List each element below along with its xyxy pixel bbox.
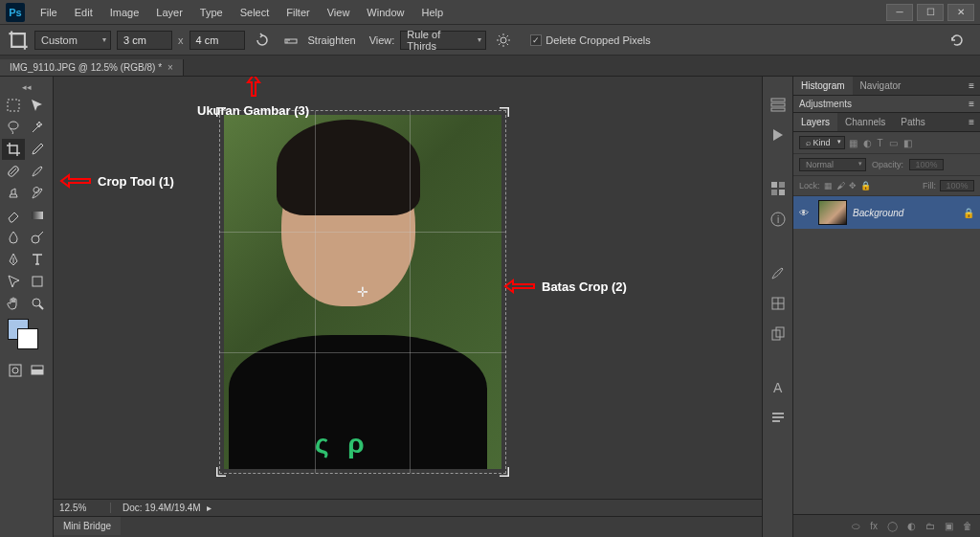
menu-image[interactable]: Image: [102, 3, 147, 22]
blur-tool[interactable]: [2, 227, 25, 248]
tab-histogram[interactable]: Histogram: [793, 77, 853, 95]
lock-paint-icon[interactable]: 🖌: [836, 181, 845, 190]
lock-move-icon[interactable]: ✥: [849, 181, 857, 190]
screenmode-icon[interactable]: [28, 360, 48, 381]
crop-preset-dropdown[interactable]: Custom: [34, 31, 111, 50]
filter-pixel-icon[interactable]: ▦: [849, 138, 858, 148]
strip-history-icon[interactable]: [768, 94, 789, 115]
crop-overlay-dropdown[interactable]: Rule of Thirds: [400, 31, 486, 50]
zoom-tool[interactable]: [26, 293, 49, 314]
strip-actions-icon[interactable]: [768, 124, 789, 145]
lock-trans-icon[interactable]: ▦: [824, 181, 833, 190]
crop-height-input[interactable]: 4 cm: [189, 31, 245, 50]
strip-info-icon[interactable]: i: [768, 209, 789, 230]
document-tab-close-icon[interactable]: ×: [167, 62, 173, 73]
strip-swatches-icon[interactable]: [768, 178, 789, 199]
type-tool[interactable]: [26, 249, 49, 270]
minimize-button[interactable]: ─: [886, 4, 913, 21]
layer-group-icon[interactable]: 🗀: [925, 521, 935, 531]
delete-layer-icon[interactable]: 🗑: [963, 521, 972, 531]
panel-menu-icon[interactable]: ≡: [963, 80, 980, 91]
panel-menu-icon[interactable]: ≡: [963, 117, 980, 127]
opacity-input[interactable]: 100%: [909, 159, 944, 170]
maximize-button[interactable]: ☐: [917, 4, 944, 21]
strip-paragraph-icon[interactable]: [768, 408, 789, 429]
reset-bar-icon[interactable]: [946, 30, 969, 51]
filter-shape-icon[interactable]: ▭: [889, 138, 898, 148]
crop-settings-gear-icon[interactable]: [492, 30, 515, 51]
crop-width-input[interactable]: 3 cm: [117, 31, 172, 50]
menu-window[interactable]: Window: [359, 3, 412, 22]
menu-filter[interactable]: Filter: [278, 3, 317, 22]
tab-paths[interactable]: Paths: [893, 113, 933, 131]
tab-channels[interactable]: Channels: [837, 113, 893, 131]
layer-visibility-icon[interactable]: 👁: [799, 208, 813, 218]
layer-kind-dropdown[interactable]: ⌕ Kind: [799, 136, 845, 149]
move-tool[interactable]: [26, 95, 49, 116]
quickmask-icon[interactable]: [6, 360, 26, 381]
magic-wand-tool[interactable]: [26, 117, 49, 138]
menu-edit[interactable]: Edit: [67, 3, 100, 22]
eraser-tool[interactable]: [2, 205, 25, 226]
path-select-tool[interactable]: [2, 271, 25, 292]
menu-view[interactable]: View: [320, 3, 358, 22]
adjustments-label[interactable]: Adjustments: [799, 99, 852, 109]
menu-file[interactable]: File: [33, 3, 65, 22]
strip-character-icon[interactable]: A: [768, 377, 789, 398]
layer-row-background[interactable]: 👁 Background 🔒: [793, 196, 980, 229]
panel-menu-icon[interactable]: ≡: [969, 99, 974, 109]
filter-smart-icon[interactable]: ◧: [903, 138, 912, 148]
toolbar-collapse-icon[interactable]: ◂◂: [2, 80, 51, 94]
layer-filter-icons[interactable]: ▦ ◐ T ▭ ◧: [849, 138, 912, 148]
shape-tool[interactable]: [26, 271, 49, 292]
filter-adjust-icon[interactable]: ◐: [863, 138, 872, 148]
lasso-tool[interactable]: [2, 117, 25, 138]
background-swatch[interactable]: [17, 328, 38, 349]
layer-fx-icon[interactable]: fx: [870, 521, 878, 531]
filter-type-icon[interactable]: T: [878, 138, 883, 148]
rotate-icon[interactable]: [251, 30, 274, 51]
dodge-tool[interactable]: [26, 227, 49, 248]
rect-marquee-tool[interactable]: [2, 95, 25, 116]
new-layer-icon[interactable]: ▣: [945, 521, 953, 531]
zoom-input[interactable]: 12.5%: [54, 503, 111, 513]
healing-tool[interactable]: [2, 161, 25, 182]
layer-thumbnail[interactable]: [818, 200, 847, 225]
adjustment-layer-icon[interactable]: ◐: [907, 521, 916, 531]
blend-mode-dropdown[interactable]: Normal: [799, 158, 866, 171]
eyedropper-tool[interactable]: [26, 139, 49, 160]
mini-bridge-tab[interactable]: Mini Bridge: [54, 517, 121, 535]
menu-help[interactable]: Help: [413, 3, 451, 22]
brush-tool[interactable]: [26, 161, 49, 182]
straighten-icon[interactable]: [279, 30, 302, 51]
layer-mask-icon[interactable]: ◯: [887, 521, 898, 531]
crop-tool-indicator-icon[interactable]: [8, 30, 29, 51]
gradient-tool[interactable]: [26, 205, 49, 226]
canvas[interactable]: ς ρ ✛: [224, 115, 501, 469]
link-layers-icon[interactable]: ⬭: [852, 521, 860, 532]
document-tab[interactable]: IMG_9110.JPG @ 12.5% (RGB/8) * ×: [0, 59, 184, 76]
history-brush-tool[interactable]: [26, 183, 49, 204]
doc-info-arrow-icon[interactable]: ▸: [207, 503, 212, 513]
fill-input[interactable]: 100%: [940, 180, 974, 191]
lock-all-icon[interactable]: 🔒: [860, 181, 871, 190]
tab-navigator[interactable]: Navigator: [853, 77, 909, 95]
menu-layer[interactable]: Layer: [148, 3, 190, 22]
menu-select[interactable]: Select: [233, 3, 278, 22]
tab-layers[interactable]: Layers: [793, 113, 837, 131]
layer-name-label[interactable]: Background: [853, 208, 903, 218]
color-swatches[interactable]: [2, 315, 51, 357]
delete-cropped-checkbox[interactable]: ✓ Delete Cropped Pixels: [530, 34, 650, 46]
clone-stamp-tool[interactable]: [2, 183, 25, 204]
canvas-area[interactable]: ς ρ ✛ Crop Tool (1) Ukuran G: [54, 77, 762, 537]
strip-brush-presets-icon[interactable]: [768, 293, 789, 314]
hand-tool[interactable]: [2, 293, 25, 314]
strip-clone-icon[interactable]: [768, 324, 789, 345]
pen-tool[interactable]: [2, 249, 25, 270]
annotation-crop-tool: Crop Tool (1): [59, 172, 174, 190]
close-button[interactable]: ✕: [947, 4, 974, 21]
menu-type[interactable]: Type: [192, 3, 231, 22]
strip-brush-icon[interactable]: [768, 262, 789, 283]
crop-tool[interactable]: [2, 139, 25, 160]
svg-rect-18: [771, 99, 785, 101]
